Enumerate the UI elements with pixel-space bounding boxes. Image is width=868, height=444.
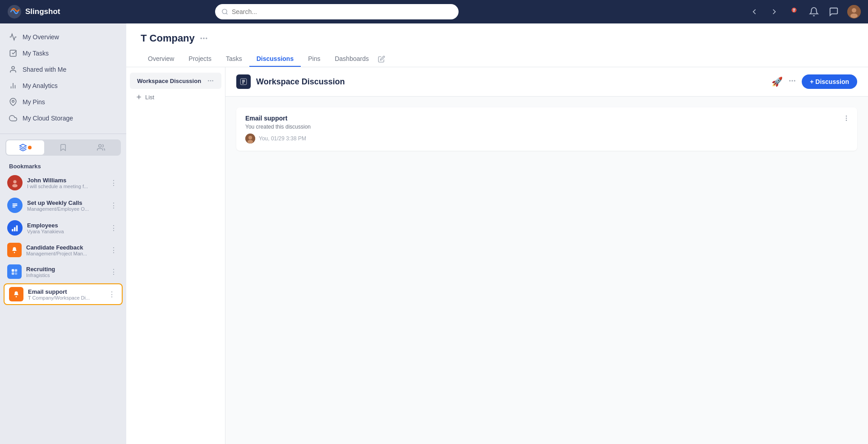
svg-point-6 <box>850 14 858 18</box>
bookmark-text-employees: Employees Vyara Yanakieva <box>27 222 104 234</box>
tab-people[interactable] <box>82 140 120 155</box>
discussion-card-avatar <box>245 134 255 143</box>
person-icon <box>9 65 17 74</box>
sidebar-item-overview[interactable]: My Overview <box>0 29 126 45</box>
search-input[interactable] <box>232 8 452 15</box>
svg-point-48 <box>795 80 795 81</box>
bookmark-text-email: Email support T Company/Workspace Di... <box>28 288 102 301</box>
workspace-title-row: T Company <box>141 32 854 44</box>
content-area: T Company Overview Projects Tasks Discus… <box>126 23 868 444</box>
pin-icon <box>9 98 17 106</box>
bookmark-more-calls[interactable]: ⋮ <box>108 199 119 212</box>
sidebar-navigation: My Overview My Tasks Shared with Me My A… <box>0 23 126 132</box>
discussions-list-panel: Workspace Discussion List <box>126 67 225 444</box>
rocket-icon[interactable]: 🚀 <box>772 76 783 87</box>
app-logo[interactable]: Slingshot <box>7 5 60 19</box>
bookmark-more-email[interactable]: ⋮ <box>106 288 117 301</box>
svg-point-39 <box>212 80 213 81</box>
discussion-options-button[interactable] <box>788 77 796 87</box>
svg-point-49 <box>790 80 790 81</box>
svg-point-55 <box>846 120 846 120</box>
sidebar-item-analytics[interactable]: My Analytics <box>0 78 126 94</box>
bookmark-icon-feedback <box>7 243 22 257</box>
svg-point-27 <box>14 252 15 253</box>
layers-dot <box>28 146 32 149</box>
svg-rect-28 <box>9 267 19 277</box>
svg-point-14 <box>99 144 101 147</box>
discussion-header: Workspace Discussion 🚀 + Discussion <box>225 67 868 97</box>
svg-point-17 <box>12 184 18 187</box>
bookmark-more-recruiting[interactable]: ⋮ <box>108 266 119 278</box>
top-navigation: Slingshot 7 <box>0 0 868 23</box>
layers-icon <box>19 143 27 152</box>
svg-rect-32 <box>15 272 18 275</box>
discussion-item-more[interactable] <box>207 77 214 84</box>
svg-rect-24 <box>14 227 15 231</box>
bookmark-icon-calls <box>7 198 23 213</box>
discussion-cards-list: Email support You created this discussio… <box>225 97 868 162</box>
svg-rect-25 <box>16 226 18 231</box>
cloud-icon <box>9 114 17 122</box>
sidebar-divider <box>0 134 126 134</box>
bookmark-more-feedback[interactable]: ⋮ <box>108 244 119 256</box>
workspace-header: T Company Overview Projects Tasks Discus… <box>126 23 868 67</box>
nav-forward-button[interactable] <box>768 5 781 18</box>
discussion-header-icon <box>236 74 251 89</box>
bookmark-john-williams[interactable]: John Williams I will schedule a meeting … <box>0 171 126 194</box>
bookmark-email-support[interactable]: Email support T Company/Workspace Di... … <box>4 283 123 305</box>
sidebar-item-pins[interactable]: My Pins <box>0 94 126 110</box>
svg-point-8 <box>12 66 14 69</box>
discussion-actions: 🚀 + Discussion <box>772 74 857 89</box>
chart-icon <box>9 82 17 90</box>
tab-bookmark[interactable] <box>44 140 82 155</box>
workspace-more-button[interactable] <box>199 34 208 43</box>
svg-point-12 <box>12 100 14 102</box>
discussion-card-footer: You, 01/29 3:38 PM <box>245 134 848 143</box>
svg-rect-21 <box>13 207 16 208</box>
bookmark-recruiting[interactable]: Recruiting Infragistics ⋮ <box>0 261 126 282</box>
chat-icon[interactable] <box>827 5 840 18</box>
bookmark-text-calls: Set up Weekly Calls Management/Employee … <box>27 199 104 212</box>
sidebar-tabs <box>5 139 121 156</box>
svg-point-36 <box>206 38 207 39</box>
tab-discussions[interactable]: Discussions <box>249 51 301 67</box>
sidebar-item-shared[interactable]: Shared with Me <box>0 61 126 78</box>
edit-tabs-button[interactable] <box>376 51 387 67</box>
bookmark-weekly-calls[interactable]: Set up Weekly Calls Management/Employee … <box>0 194 126 217</box>
svg-point-35 <box>203 38 204 39</box>
sidebar-item-tasks[interactable]: My Tasks <box>0 45 126 61</box>
user-avatar[interactable] <box>847 5 861 18</box>
people-icon <box>97 143 105 152</box>
notification-button[interactable]: 7 <box>788 5 800 18</box>
svg-point-1 <box>222 9 227 14</box>
svg-point-51 <box>248 136 252 139</box>
discussion-card-body: Email support You created this discussio… <box>245 115 848 143</box>
bookmark-more-employees[interactable]: ⋮ <box>108 222 119 234</box>
tab-dashboards[interactable]: Dashboards <box>327 51 376 67</box>
add-discussion-button[interactable]: + Discussion <box>802 74 857 89</box>
tab-pins[interactable]: Pins <box>301 51 327 67</box>
svg-point-53 <box>846 116 846 116</box>
nav-back-button[interactable] <box>748 5 761 18</box>
bookmark-text-john: John Williams I will schedule a meeting … <box>27 177 104 189</box>
bookmark-icon-recruiting <box>7 264 22 279</box>
bookmark-employees[interactable]: Employees Vyara Yanakieva ⋮ <box>0 217 126 239</box>
discussion-card-more[interactable] <box>843 115 850 124</box>
discussions-right-panel: Workspace Discussion 🚀 + Discussion Emai… <box>225 67 868 444</box>
tab-layers[interactable] <box>6 140 44 155</box>
tab-projects[interactable]: Projects <box>181 51 219 67</box>
workspace-title: T Company <box>141 32 195 44</box>
bookmark-text-feedback: Candidate Feedback Management/Project Ma… <box>26 244 104 256</box>
bookmark-more-john[interactable]: ⋮ <box>108 177 119 189</box>
sidebar-item-cloud[interactable]: My Cloud Storage <box>0 110 126 126</box>
bookmarks-title: Bookmarks <box>0 159 126 171</box>
bookmark-candidate-feedback[interactable]: Candidate Feedback Management/Project Ma… <box>0 239 126 261</box>
svg-point-38 <box>210 80 211 81</box>
plus-icon <box>135 93 142 101</box>
bell-icon[interactable] <box>808 5 820 18</box>
add-list-button[interactable]: List <box>126 89 225 105</box>
search-bar[interactable] <box>215 4 459 19</box>
tab-tasks[interactable]: Tasks <box>219 51 249 67</box>
discussion-item-workspace[interactable]: Workspace Discussion <box>130 73 221 89</box>
tab-overview[interactable]: Overview <box>141 51 181 67</box>
